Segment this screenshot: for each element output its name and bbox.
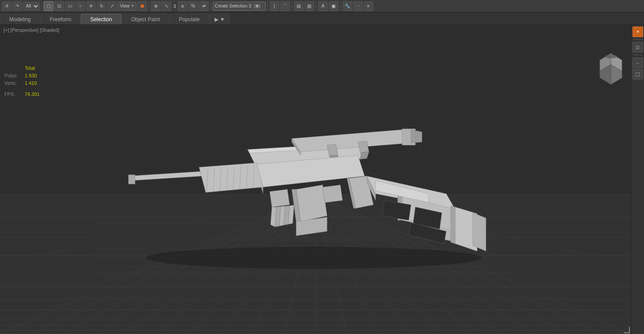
tab-modeling-label: Modeling [9,16,31,23]
circle-select-button[interactable]: ○ [75,1,85,11]
mat-editor-button[interactable]: 🔧 [343,1,352,11]
render-setup-button[interactable]: A [318,1,328,11]
svg-marker-41 [296,185,327,222]
separator-6 [316,2,316,11]
undo-button[interactable]: ↺ [2,1,11,11]
create-selection-dropdown[interactable]: Create Selection S ▼ [213,2,266,11]
snap-button[interactable]: ⬟ [137,1,147,11]
sidebar-sun-button[interactable]: ☀ [633,27,643,37]
view-cube-svg [595,51,626,87]
create-selection-label: Create Selection S [215,4,252,8]
tab-extras[interactable]: ▶ ▼ [210,14,230,24]
sidebar-sep-1 [633,39,642,40]
svg-marker-25 [411,130,422,143]
svg-marker-19 [128,175,135,184]
tab-freeform-label: Freeform [50,16,72,23]
named-sel-button[interactable]: | [270,1,279,11]
tab-selection-label: Selection [90,16,112,23]
move-button[interactable]: ✛ [86,1,96,11]
viewport-container: [+] [Perspective] [Shaded] Total Polys: … [0,25,644,334]
scale-button[interactable]: ⤢ [107,1,117,11]
svg-point-72 [607,54,614,57]
create-selection-arrow: ▼ [254,4,260,8]
percent-btn[interactable]: % [188,1,198,11]
sidebar-cloud-button[interactable]: ◫ [633,42,643,53]
render-button[interactable]: ▣ [329,1,339,11]
dope-sheet-button[interactable]: ≡ [364,1,373,11]
loop-button[interactable]: ⌒ [280,1,290,11]
3d-viewport[interactable]: [+] [Perspective] [Shaded] Total Polys: … [0,25,631,334]
svg-marker-48 [270,190,290,207]
right-sidebar: ☀ ◫ — □ [631,25,644,334]
tab-extras-icon: ▶ ▼ [215,16,225,23]
tab-object-paint-label: Object Paint [131,16,160,23]
separator-2 [149,2,149,11]
separator-1 [41,2,42,11]
separator-4 [267,2,268,11]
mirror-btn[interactable]: ⇌ [199,1,209,11]
svg-marker-44 [323,185,343,203]
svg-marker-29 [360,152,369,159]
rifle-model-svg [93,90,490,285]
tab-populate[interactable]: Populate [169,14,209,24]
view-cube[interactable] [595,51,626,82]
main-toolbar: ↺ ↷ All ▢ ⊡ ▭ ○ ✛ ↻ ⤢ View ▼ ⬟ ⊕ ⤡ 3 ⊛ %… [0,0,644,12]
3d-model-area [0,25,631,334]
sidebar-sep-2 [633,55,642,55]
curve-editor-button[interactable]: ⋯ [353,1,363,11]
rect-select-button[interactable]: ▭ [65,1,75,11]
separator-7 [340,2,341,11]
filter-select[interactable]: All [23,2,40,11]
sidebar-btn-4[interactable]: □ [633,69,643,80]
select-move-button[interactable]: ⊕ [151,1,161,11]
view-dropdown[interactable]: View ▼ [118,2,136,11]
region-select-button[interactable]: ⊡ [54,1,64,11]
svg-point-66 [146,247,482,269]
layer-button[interactable]: ▤ [294,1,304,11]
tab-selection[interactable]: Selection [81,14,121,24]
rotate-button[interactable]: ↻ [97,1,106,11]
select-scale-button[interactable]: ⤡ [162,1,171,11]
viewport-resize-handle[interactable] [624,327,630,333]
select-button[interactable]: ▢ [44,1,53,11]
coord-btn[interactable]: ⊛ [178,1,188,11]
coord-x: 3 [172,4,177,9]
view-label: View [120,4,130,8]
tab-object-paint[interactable]: Object Paint [122,14,169,24]
svg-marker-62 [473,213,486,251]
svg-marker-61 [451,206,455,244]
layer2-button[interactable]: ▥ [305,1,314,11]
view-dropdown-arrow: ▼ [131,4,135,8]
tab-bar: Modeling Freeform Selection Object Paint… [0,12,644,25]
redo-button[interactable]: ↷ [12,1,22,11]
separator-5 [292,2,292,11]
sidebar-btn-3[interactable]: — [633,57,643,68]
tab-populate-label: Populate [179,16,200,23]
tab-modeling[interactable]: Modeling [0,14,40,24]
tab-freeform[interactable]: Freeform [41,14,81,24]
separator-3 [211,2,211,11]
